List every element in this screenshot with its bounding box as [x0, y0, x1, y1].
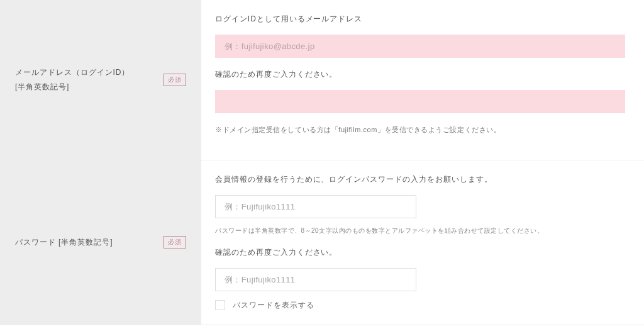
password-required-badge: 必須 — [164, 236, 186, 248]
email-input-col: ログインIDとして用いるメールアドレス 確認のため再度ご入力ください。 ※ドメイ… — [201, 0, 644, 160]
show-password-checkbox[interactable] — [215, 300, 225, 310]
password-confirm-input[interactable] — [215, 268, 416, 291]
email-confirm-input[interactable] — [215, 90, 625, 113]
email-label-col: メールアドレス（ログインID） [半角英数記号] 必須 — [0, 0, 201, 160]
password-input[interactable] — [215, 195, 416, 218]
email-label-line2: [半角英数記号] — [15, 82, 69, 91]
email-row: メールアドレス（ログインID） [半角英数記号] 必須 ログインIDとして用いる… — [0, 0, 644, 160]
password-rule: パスワードは半角英数字で、8～20文字以内のものを数字とアルファベットを組み合わ… — [215, 226, 625, 236]
password-row: パスワード [半角英数記号] 必須 会員情報の登録を行うために、ログインパスワー… — [0, 160, 644, 325]
email-required-badge: 必須 — [164, 74, 186, 86]
email-domain-note: ※ドメイン指定受信をしている方は「fujifilm.com」を受信できるようご設… — [215, 125, 625, 136]
show-password-row: パスワードを表示する — [215, 300, 625, 311]
password-desc1: 会員情報の登録を行うために、ログインパスワードの入力をお願いします。 — [215, 174, 625, 185]
password-label-col: パスワード [半角英数記号] 必須 — [0, 160, 201, 325]
show-password-label: パスワードを表示する — [233, 300, 314, 311]
email-input[interactable] — [215, 35, 625, 58]
email-desc1: ログインIDとして用いるメールアドレス — [215, 14, 625, 25]
email-desc2: 確認のため再度ご入力ください。 — [215, 69, 625, 80]
password-desc2: 確認のため再度ご入力ください。 — [215, 247, 625, 258]
password-label: パスワード [半角英数記号] — [15, 235, 113, 250]
email-label: メールアドレス（ログインID） [半角英数記号] — [15, 65, 130, 94]
email-label-line1: メールアドレス（ログインID） — [15, 68, 130, 77]
password-input-col: 会員情報の登録を行うために、ログインパスワードの入力をお願いします。 パスワード… — [201, 160, 644, 325]
